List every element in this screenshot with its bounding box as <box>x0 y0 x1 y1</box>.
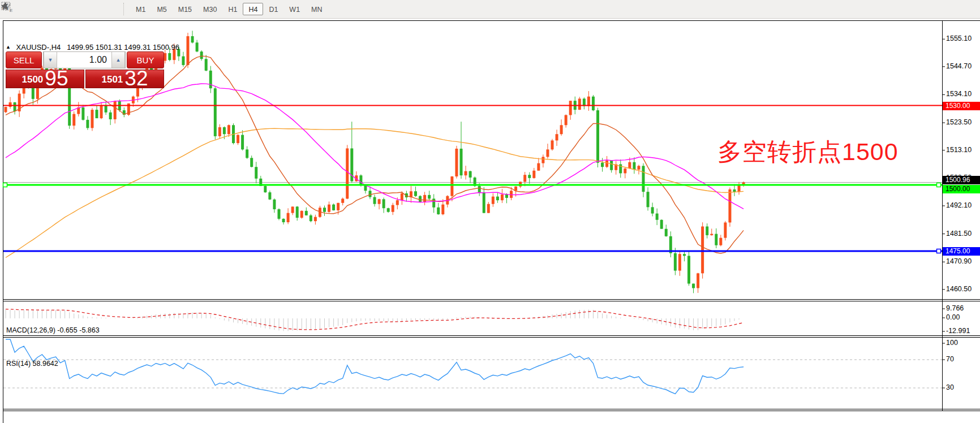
price-tick-label: 1513.10 <box>946 146 972 154</box>
text-label-icon[interactable]: T <box>62 1 79 15</box>
macd-values: -0.655 -5.863 <box>57 326 99 334</box>
collapse-triangle-icon[interactable]: ▲ <box>6 44 11 50</box>
price-badge: 1530.00 <box>943 102 980 110</box>
price-tick-label: 1481.50 <box>946 230 972 238</box>
grid-f-icon[interactable]: F <box>24 1 41 15</box>
timeframe-button-group: M1M5M15M30H1H4D1W1MN <box>130 3 328 15</box>
price-tick-label: 1460.50 <box>946 285 972 293</box>
macd-indicator-label: MACD(12,26,9) -0.655 -5.863 <box>6 326 100 334</box>
timeframe-button-h1[interactable]: H1 <box>222 3 243 15</box>
volume-increase-button[interactable]: ▲ <box>111 52 125 68</box>
rsi-indicator-label: RSI(14) 58.9642 <box>6 360 58 368</box>
symbol-label: XAUUSD-,H4 <box>16 43 61 51</box>
one-click-trading-panel: SELL ▼ ▲ BUY 1500 95 1501 32 <box>6 51 164 88</box>
toolbar-separator <box>123 3 124 15</box>
timeframe-button-mn[interactable]: MN <box>306 3 328 15</box>
volume-decrease-button[interactable]: ▼ <box>44 52 57 68</box>
dropdown-caret-icon[interactable] <box>101 1 118 15</box>
bid-price-pips: 95 <box>45 69 68 88</box>
price-tick-label: 1492.10 <box>946 201 972 209</box>
timeframe-button-m15[interactable]: M15 <box>173 3 197 15</box>
volume-stepper: ▼ ▲ <box>43 51 126 68</box>
rsi-axis-label: 30 <box>946 383 954 391</box>
top-toolbar: EFAT M1M5M15M30H1H4D1W1MN <box>0 0 980 19</box>
buy-button[interactable]: BUY <box>127 51 164 68</box>
price-tick-label: 1523.50 <box>946 118 972 126</box>
bid-price-box[interactable]: 1500 95 <box>6 70 84 88</box>
font-a-icon[interactable]: A <box>43 1 60 15</box>
price-badge: 1500.00 <box>943 185 980 193</box>
price-badge: 1475.00 <box>943 247 980 256</box>
price-tick-label: 1470.90 <box>946 257 972 265</box>
price-tick-label: 1544.70 <box>946 62 972 70</box>
cycle-arrows-icon[interactable] <box>81 1 98 15</box>
timeframe-button-w1[interactable]: W1 <box>283 3 306 15</box>
bid-price-major: 1500 <box>22 74 44 88</box>
rsi-value: 58.9642 <box>33 360 58 368</box>
price-tick-label: 1555.10 <box>946 34 972 42</box>
sell-button[interactable]: SELL <box>6 51 42 68</box>
ask-price-pips: 32 <box>124 69 148 88</box>
volume-input[interactable] <box>57 52 111 68</box>
timeframe-button-h4[interactable]: H4 <box>243 3 263 15</box>
chart-text-annotation[interactable]: 多空转折点1500 <box>717 136 899 169</box>
timeframe-button-m30[interactable]: M30 <box>197 3 222 15</box>
ask-price-major: 1501 <box>102 74 123 88</box>
macd-axis-label: 0.00 <box>946 313 960 321</box>
timeframe-button-m1[interactable]: M1 <box>130 3 151 15</box>
chart-title: ▲ XAUUSD-,H4 1499.95 1501.31 1499.31 150… <box>6 43 179 51</box>
ask-price-box[interactable]: 1501 32 <box>85 70 164 88</box>
rsi-axis-label: 70 <box>946 355 954 363</box>
toolbar-icon-group: EFAT <box>5 1 120 17</box>
macd-axis-label: 9.766 <box>946 304 964 312</box>
price-badge: 1500.96 <box>943 176 980 184</box>
ohlc-readout: 1499.95 1501.31 1499.31 1500.96 <box>67 43 179 51</box>
timeframe-button-m5[interactable]: M5 <box>151 3 172 15</box>
rsi-axis-label: 100 <box>946 339 958 347</box>
chart-window: ▲ XAUUSD-,H4 1499.95 1501.31 1499.31 150… <box>0 20 980 423</box>
price-tick-label: 1534.10 <box>946 90 972 98</box>
timeframe-button-d1[interactable]: D1 <box>263 3 283 15</box>
macd-axis-label: -12.991 <box>946 327 970 335</box>
